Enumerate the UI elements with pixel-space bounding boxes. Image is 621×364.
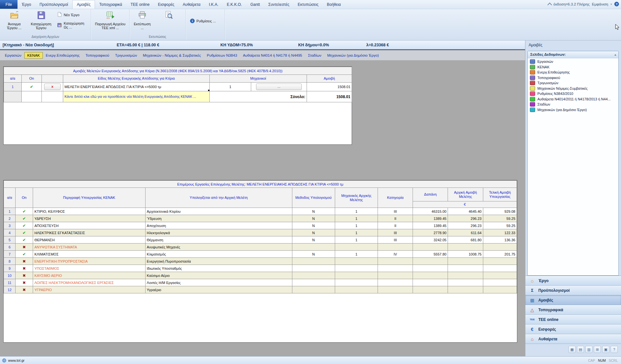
study-on-cell[interactable]: ✔: [22, 83, 42, 91]
subtask-on-cell[interactable]: ✔: [16, 222, 33, 229]
delete-study-button[interactable]: x: [44, 84, 60, 90]
subtask-description: ΑΠΟΧΕΤΕΥΣΗ: [33, 222, 146, 229]
data-page-item[interactable]: ΚΕΝΑΚ: [528, 64, 618, 70]
menu-item[interactable]: Εκτυπώσεις: [293, 0, 322, 9]
footer-toolbar-icon[interactable]: ▣: [602, 346, 609, 353]
register-project-button[interactable]: Καταχώρηση Έργου: [27, 9, 55, 34]
subtask-row[interactable]: 9 ✖ ΥΠΟΣΤΑΘΜΟΣ Ιδιωτικός Υποσταθμός: [4, 265, 517, 272]
data-page-item[interactable]: Ενεργ.Επιθεώρησης: [528, 70, 618, 75]
subtask-on-cell[interactable]: ✖: [16, 286, 33, 293]
print-preview-button[interactable]: [153, 9, 184, 34]
subtask-row[interactable]: 11 ✖ ΛΟΙΠΕΣ ΗΛΕΚΤΡΟΜΗΧΑΝΟΛΟΓΙΚΕΣ ΕΡΓΑΣΙΕ…: [4, 279, 517, 286]
subtask-row[interactable]: 10 ✖ ΚΑΥΣΙΜΟ ΑΕΡΙΟ Καύσιμο Αέριο: [4, 272, 517, 279]
file-tab[interactable]: File: [0, 0, 18, 9]
data-page-item[interactable]: Ρυθμίσεις Ν3843/2010: [528, 91, 618, 97]
nav-item[interactable]: △ Τοπογραφικά: [525, 305, 621, 315]
footer-toolbar-icon[interactable]: ⊞: [594, 346, 601, 353]
print-button[interactable]: Εκτύπωση ...: [131, 9, 153, 34]
settings-button[interactable]: i Ρυθμίσεις ...: [190, 18, 216, 24]
menu-item[interactable]: Βοήθεια: [322, 0, 345, 9]
study-engineers-count[interactable]: 1: [210, 83, 251, 91]
status-url-link[interactable]: www.tol.gr: [8, 358, 25, 362]
fees-tab[interactable]: Τριγωνισμών: [112, 52, 140, 59]
open-project-button[interactable]: Άνοιγμα Έργου ...: [2, 9, 27, 34]
footer-toolbar-icon[interactable]: ?: [611, 346, 618, 353]
engineers-more-button[interactable]: ...: [256, 84, 302, 90]
subtask-category: [378, 244, 413, 251]
data-page-item[interactable]: Αυθαίρετα Ν4014/2011 ή Ν4178/2013 ή Ν44.…: [528, 97, 618, 102]
register-as-button[interactable]: Καταχώρηση Ως ...: [57, 21, 87, 29]
fees-tab[interactable]: Τοπογραφικού: [83, 52, 112, 59]
fees-tab[interactable]: Ρυθμίσεων Ν3843: [204, 52, 240, 59]
subtask-row[interactable]: 5 ✔ ΘΕΡΜΑΝΣΗ Θέρμανση N 1 III 3242.05 68…: [4, 236, 517, 244]
subtask-row-number: 7: [4, 251, 16, 258]
nav-item[interactable]: ▦ Αμοιβές: [525, 295, 621, 305]
fees-tab[interactable]: Ενεργ.Επιθεώρησης: [43, 52, 83, 59]
menu-item[interactable]: Έργο: [18, 0, 35, 9]
subtask-on-cell[interactable]: ✔: [16, 215, 33, 222]
nav-item[interactable]: TEE ΤΕΕ online: [525, 315, 621, 324]
data-page-item[interactable]: Τριγωνισμών: [528, 80, 618, 86]
footer-toolbar-icon[interactable]: ▦: [568, 346, 576, 353]
nav-item[interactable]: Σ Προϋπολογισμοί: [525, 286, 621, 295]
subtask-on-cell[interactable]: ✔: [16, 229, 33, 236]
fees-tab[interactable]: Μηχανικών (για Δημόσιο Έργο): [324, 52, 382, 59]
subtask-on-cell[interactable]: ✖: [16, 258, 33, 265]
fees-tab[interactable]: ΚΕΝΑΚ: [24, 52, 43, 59]
subtask-final-fee: 59.25: [483, 222, 517, 229]
menu-item[interactable]: Ι.Κ.Α.: [205, 0, 222, 9]
menu-item[interactable]: Τοπογραφικά: [95, 0, 126, 9]
add-study-hint[interactable]: Κάντε διπλό κλικ εδώ για να προσθέσετε ν…: [63, 91, 210, 102]
new-project-button[interactable]: Νέο Έργο: [57, 12, 87, 17]
subtask-on-cell[interactable]: ✖: [16, 244, 33, 251]
nav-item[interactable]: € Εισφορές: [525, 324, 621, 334]
subtask-row[interactable]: 3 ✔ ΑΠΟΧΕΤΕΥΣΗ Αποχέτευση N 1 II 1389.45…: [4, 222, 517, 229]
minimize-ribbon-icon[interactable]: [547, 3, 552, 7]
footer-toolbar-icon[interactable]: ▤: [577, 346, 584, 353]
chevron-down-icon[interactable]: ▾: [610, 3, 612, 6]
display-menu[interactable]: Εμφάνιση: [592, 2, 608, 6]
subtask-on-cell[interactable]: ✖: [16, 279, 33, 286]
subtask-row[interactable]: 4 ✔ ΗΛΕΚΤΡΙΚΕΣ ΕΓΚΑΤΑΣΤΑΣΕΙΣ Ηλεκτρολογι…: [4, 229, 517, 236]
menu-item[interactable]: Αυθαίρετα: [179, 0, 205, 9]
data-page-label: Ρυθμίσεις Ν3843/2010: [537, 92, 573, 96]
menu-item[interactable]: Ε.Κ.Κ.Ο.: [223, 0, 246, 9]
data-pages-header[interactable]: Σελίδες Δεδομένων: ▴: [528, 51, 618, 58]
menu-item[interactable]: Gantt: [246, 0, 264, 9]
page-color-chip: [530, 108, 535, 112]
study-description-cell[interactable]: ΜΕΛΕΤΗ ΕΝΕΡΓΕΙΑΚΗΣ ΑΠΟΔΟΣΗΣ ΓΙΑ ΚΤΙΡΙΑ <…: [63, 83, 210, 91]
collapse-icon[interactable]: ▴: [615, 51, 616, 58]
subtask-on-cell[interactable]: ✖: [16, 265, 33, 272]
menu-item[interactable]: Προϋπολογισμοί: [35, 0, 72, 9]
footer-toolbar-icon[interactable]: ▥: [585, 346, 592, 353]
subtask-on-cell[interactable]: ✔: [16, 251, 33, 258]
subtask-on-cell[interactable]: ✔: [16, 236, 33, 244]
fees-tab[interactable]: Εργασιών: [2, 52, 24, 59]
menu-item[interactable]: Εισφορές: [154, 0, 179, 9]
produce-xml-button[interactable]: <> Παραγωγή Αρχείου ΤΕΕ xml ...: [93, 9, 128, 34]
subtask-row[interactable]: 8 ✖ ΕΝΕΡΓΗΤΙΚΗ ΠΥΡΟΠΡΟΣΤΑΣΙΑ Ενεργητική …: [4, 258, 517, 265]
fees-tab[interactable]: Σταδίων: [305, 52, 324, 59]
subtask-row[interactable]: 6 ✖ ΑΝΥΨΩΤΙΚΑ ΣΥΣΤΗΜΑΤΑ Ανυψωτικές Μηχαν…: [4, 244, 517, 251]
nav-item[interactable]: ⌂ Έργο: [525, 276, 621, 286]
subtask-row[interactable]: 7 ✔ ΚΛΙΜΑΤΙΣΜΟΣ Κλιματισμός N 1 IV 5557.…: [4, 251, 517, 258]
subtask-row[interactable]: 1 ✔ ΚΤΙΡΙΟ, ΚΕΛΥΦΟΣ Αρχιτεκτονικά Κτιρίο…: [4, 208, 517, 215]
data-page-item[interactable]: Μηχανικών Νόμιμες-Συμβατικές: [528, 86, 618, 91]
nav-item[interactable]: ⌂ Αυθαίρετα: [525, 334, 621, 344]
nav-item-icon: ▦: [529, 298, 536, 303]
data-page-item[interactable]: Τοπογραφικού: [528, 75, 618, 81]
study-row[interactable]: 1 ✔ x ΜΕΛΕΤΗ ΕΝΕΡΓΕΙΑΚΗΣ ΑΠΟΔΟΣΗΣ ΓΙΑ ΚΤ…: [4, 83, 352, 91]
menu-item[interactable]: ΤΕΕ online: [126, 0, 154, 9]
data-page-item[interactable]: Μηχανικών (για Δημόσιο Έργο): [528, 107, 618, 113]
subtask-on-cell[interactable]: ✔: [16, 208, 33, 215]
data-page-item[interactable]: Σταδίων: [528, 102, 618, 107]
subtask-row[interactable]: 2 ✔ ΥΔΡΕΥΣΗ Ύδρευση N 1 II 1389.45 296.2…: [4, 215, 517, 222]
fees-tab[interactable]: Αυθαίρετα Ν4014 ή Ν4178 ή Ν4495: [240, 52, 305, 59]
data-page-item[interactable]: Εργασιών: [528, 59, 618, 64]
help-icon[interactable]: ?: [614, 2, 619, 7]
fees-tab[interactable]: Μηχανικών - Νόμιμες & Συμβατικές: [140, 52, 204, 59]
subtask-row[interactable]: 12 ✖ ΥΓΡΑΕΡΙΟ Υγραέριο: [4, 286, 517, 293]
menu-item[interactable]: Συντελεστές: [264, 0, 294, 9]
menu-item[interactable]: Αμοιβές: [72, 0, 95, 9]
subtask-on-cell[interactable]: ✖: [16, 272, 33, 279]
